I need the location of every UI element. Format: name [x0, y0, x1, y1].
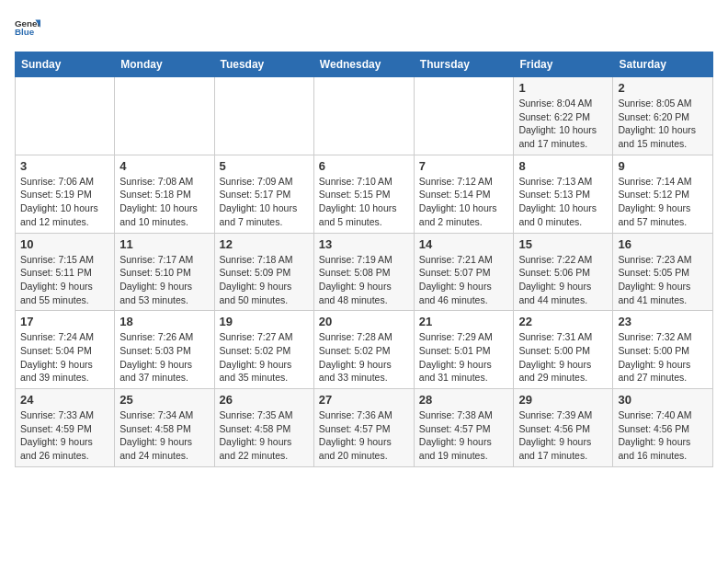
day-info: Sunrise: 7:31 AM Sunset: 5:00 PM Dayligh… — [518, 330, 608, 385]
calendar-cell: 9Sunrise: 7:14 AM Sunset: 5:12 PM Daylig… — [613, 155, 713, 233]
day-number: 24 — [20, 393, 109, 407]
day-info: Sunrise: 7:15 AM Sunset: 5:11 PM Dayligh… — [20, 253, 109, 307]
day-info: Sunrise: 7:27 AM Sunset: 5:02 PM Dayligh… — [220, 330, 309, 385]
day-number: 15 — [518, 237, 608, 251]
day-info: Sunrise: 7:12 AM Sunset: 5:14 PM Dayligh… — [419, 175, 509, 229]
day-number: 3 — [20, 159, 109, 173]
calendar-cell: 14Sunrise: 7:21 AM Sunset: 5:07 PM Dayli… — [414, 233, 514, 311]
day-info: Sunrise: 7:35 AM Sunset: 4:58 PM Dayligh… — [220, 408, 309, 463]
day-info: Sunrise: 7:18 AM Sunset: 5:09 PM Dayligh… — [220, 253, 309, 307]
day-info: Sunrise: 7:21 AM Sunset: 5:07 PM Dayligh… — [419, 253, 509, 307]
day-number: 17 — [20, 315, 109, 328]
day-number: 4 — [119, 159, 209, 173]
day-info: Sunrise: 7:33 AM Sunset: 4:59 PM Dayligh… — [20, 408, 109, 463]
calendar-cell: 3Sunrise: 7:06 AM Sunset: 5:19 PM Daylig… — [16, 155, 115, 233]
day-info: Sunrise: 7:34 AM Sunset: 4:58 PM Dayligh… — [119, 408, 209, 463]
day-info: Sunrise: 7:23 AM Sunset: 5:05 PM Dayligh… — [618, 253, 708, 307]
day-number: 9 — [618, 159, 708, 173]
weekday-header: Saturday — [613, 52, 713, 77]
calendar-cell — [16, 77, 115, 155]
day-info: Sunrise: 7:36 AM Sunset: 4:57 PM Dayligh… — [319, 408, 409, 463]
calendar-cell — [414, 77, 514, 155]
calendar-cell: 26Sunrise: 7:35 AM Sunset: 4:58 PM Dayli… — [214, 389, 313, 467]
day-number: 20 — [319, 315, 409, 328]
calendar-cell: 7Sunrise: 7:12 AM Sunset: 5:14 PM Daylig… — [414, 155, 514, 233]
calendar-cell: 15Sunrise: 7:22 AM Sunset: 5:06 PM Dayli… — [514, 233, 613, 311]
weekday-header: Thursday — [414, 52, 514, 77]
weekday-header: Sunday — [16, 52, 115, 77]
calendar-cell: 27Sunrise: 7:36 AM Sunset: 4:57 PM Dayli… — [313, 389, 414, 467]
day-number: 8 — [518, 159, 608, 173]
calendar-table: SundayMondayTuesdayWednesdayThursdayFrid… — [15, 52, 713, 467]
day-info: Sunrise: 7:28 AM Sunset: 5:02 PM Dayligh… — [319, 330, 409, 385]
calendar-cell — [313, 77, 414, 155]
day-info: Sunrise: 7:39 AM Sunset: 4:56 PM Dayligh… — [518, 408, 608, 463]
calendar-cell: 28Sunrise: 7:38 AM Sunset: 4:57 PM Dayli… — [414, 389, 514, 467]
day-info: Sunrise: 7:26 AM Sunset: 5:03 PM Dayligh… — [119, 330, 209, 385]
logo-icon: General Blue — [15, 15, 40, 40]
day-number: 29 — [518, 393, 608, 407]
day-info: Sunrise: 7:06 AM Sunset: 5:19 PM Dayligh… — [20, 175, 109, 229]
weekday-header: Friday — [514, 52, 613, 77]
day-info: Sunrise: 7:38 AM Sunset: 4:57 PM Dayligh… — [419, 408, 509, 463]
calendar-cell: 25Sunrise: 7:34 AM Sunset: 4:58 PM Dayli… — [115, 389, 214, 467]
calendar-cell: 29Sunrise: 7:39 AM Sunset: 4:56 PM Dayli… — [514, 389, 613, 467]
day-number: 14 — [419, 237, 509, 251]
day-number: 19 — [220, 315, 309, 328]
calendar-cell: 17Sunrise: 7:24 AM Sunset: 5:04 PM Dayli… — [16, 311, 115, 389]
calendar-cell — [214, 77, 313, 155]
day-number: 11 — [119, 237, 209, 251]
day-number: 18 — [119, 315, 209, 328]
day-info: Sunrise: 7:08 AM Sunset: 5:18 PM Dayligh… — [119, 175, 209, 229]
day-number: 13 — [319, 237, 409, 251]
calendar-cell: 11Sunrise: 7:17 AM Sunset: 5:10 PM Dayli… — [115, 233, 214, 311]
day-info: Sunrise: 7:40 AM Sunset: 4:56 PM Dayligh… — [618, 408, 708, 463]
weekday-header: Tuesday — [214, 52, 313, 77]
calendar-cell: 23Sunrise: 7:32 AM Sunset: 5:00 PM Dayli… — [613, 311, 713, 389]
calendar-cell: 30Sunrise: 7:40 AM Sunset: 4:56 PM Dayli… — [613, 389, 713, 467]
day-info: Sunrise: 7:22 AM Sunset: 5:06 PM Dayligh… — [518, 253, 608, 307]
day-number: 26 — [220, 393, 309, 407]
day-info: Sunrise: 7:09 AM Sunset: 5:17 PM Dayligh… — [220, 175, 309, 229]
day-info: Sunrise: 7:32 AM Sunset: 5:00 PM Dayligh… — [618, 330, 708, 385]
calendar-cell: 1Sunrise: 8:04 AM Sunset: 6:22 PM Daylig… — [514, 77, 613, 155]
calendar-cell: 8Sunrise: 7:13 AM Sunset: 5:13 PM Daylig… — [514, 155, 613, 233]
day-info: Sunrise: 7:19 AM Sunset: 5:08 PM Dayligh… — [319, 253, 409, 307]
day-number: 6 — [319, 159, 409, 173]
day-number: 7 — [419, 159, 509, 173]
day-number: 21 — [419, 315, 509, 328]
page-header: General Blue — [15, 15, 713, 40]
day-number: 2 — [618, 81, 708, 95]
day-info: Sunrise: 7:13 AM Sunset: 5:13 PM Dayligh… — [518, 175, 608, 229]
day-number: 22 — [518, 315, 608, 328]
calendar-cell: 16Sunrise: 7:23 AM Sunset: 5:05 PM Dayli… — [613, 233, 713, 311]
day-number: 28 — [419, 393, 509, 407]
day-number: 16 — [618, 237, 708, 251]
weekday-header: Monday — [115, 52, 214, 77]
day-info: Sunrise: 7:10 AM Sunset: 5:15 PM Dayligh… — [319, 175, 409, 229]
day-info: Sunrise: 7:29 AM Sunset: 5:01 PM Dayligh… — [419, 330, 509, 385]
day-info: Sunrise: 7:24 AM Sunset: 5:04 PM Dayligh… — [20, 330, 109, 385]
calendar-cell: 18Sunrise: 7:26 AM Sunset: 5:03 PM Dayli… — [115, 311, 214, 389]
calendar-cell: 2Sunrise: 8:05 AM Sunset: 6:20 PM Daylig… — [613, 77, 713, 155]
calendar-cell: 5Sunrise: 7:09 AM Sunset: 5:17 PM Daylig… — [214, 155, 313, 233]
day-number: 5 — [220, 159, 309, 173]
calendar-cell: 19Sunrise: 7:27 AM Sunset: 5:02 PM Dayli… — [214, 311, 313, 389]
day-number: 1 — [518, 81, 608, 95]
calendar-cell: 12Sunrise: 7:18 AM Sunset: 5:09 PM Dayli… — [214, 233, 313, 311]
calendar-cell: 13Sunrise: 7:19 AM Sunset: 5:08 PM Dayli… — [313, 233, 414, 311]
day-info: Sunrise: 7:14 AM Sunset: 5:12 PM Dayligh… — [618, 175, 708, 229]
weekday-header: Wednesday — [313, 52, 414, 77]
calendar-cell: 4Sunrise: 7:08 AM Sunset: 5:18 PM Daylig… — [115, 155, 214, 233]
day-number: 12 — [220, 237, 309, 251]
calendar-cell: 6Sunrise: 7:10 AM Sunset: 5:15 PM Daylig… — [313, 155, 414, 233]
day-number: 30 — [618, 393, 708, 407]
calendar-cell — [115, 77, 214, 155]
day-info: Sunrise: 7:17 AM Sunset: 5:10 PM Dayligh… — [119, 253, 209, 307]
svg-text:Blue: Blue — [15, 27, 35, 37]
day-number: 25 — [119, 393, 209, 407]
day-number: 27 — [319, 393, 409, 407]
day-number: 23 — [618, 315, 708, 328]
calendar-cell: 24Sunrise: 7:33 AM Sunset: 4:59 PM Dayli… — [16, 389, 115, 467]
calendar-cell: 10Sunrise: 7:15 AM Sunset: 5:11 PM Dayli… — [16, 233, 115, 311]
